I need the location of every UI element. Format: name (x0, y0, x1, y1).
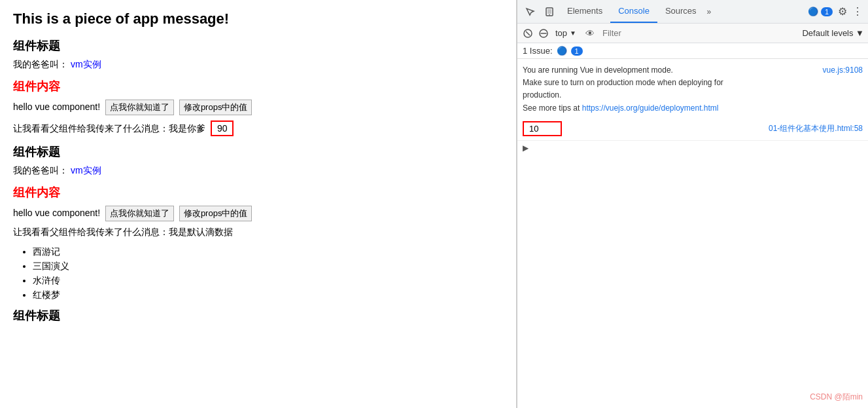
component2-heading: 组件标题 (13, 144, 503, 160)
component1-heading: 组件标题 (13, 38, 503, 54)
component1-content-heading: 组件内容 (13, 79, 503, 94)
component2-hello-line: hello vue component! 点我你就知道了 修改props中的值 (13, 206, 503, 221)
eye-icon[interactable]: 👁 (585, 28, 595, 39)
devtools-console: vue.js:9108 You are running Vue in devel… (517, 59, 868, 408)
list-item: 水浒传 (33, 275, 503, 287)
component3-heading: 组件标题 (13, 308, 503, 324)
console-log-number: 10 (523, 121, 562, 136)
top-selector-arrow: ▼ (570, 29, 576, 37)
top-selector[interactable]: top ▼ (553, 27, 580, 39)
component2-parent-label: 我的爸爸叫： vm实例 (13, 165, 503, 177)
tab-console[interactable]: Console (610, 0, 657, 23)
component2-parent-value[interactable]: vm实例 (71, 165, 101, 176)
default-levels-selector[interactable]: Default levels ▼ (802, 28, 864, 38)
svg-rect-1 (547, 9, 551, 14)
console-filter-input[interactable] (600, 27, 799, 39)
inspect-icon[interactable] (521, 3, 539, 21)
component1-hello-line: hello vue component! 点我你就知道了 修改props中的值 (13, 100, 503, 115)
component2-btn2[interactable]: 修改props中的值 (179, 206, 252, 221)
list-item: 西游记 (33, 246, 503, 258)
app-title: This is a piece of app message! (13, 10, 503, 28)
svg-point-2 (549, 14, 550, 15)
vue-warning-entry: vue.js:9108 You are running Vue in devel… (517, 62, 868, 117)
tab-elements[interactable]: Elements (559, 0, 610, 23)
list-item: 三国演义 (33, 261, 503, 272)
component1-parent-label: 我的爸爸叫： vm实例 (13, 59, 503, 71)
component1-msg-number: 90 (211, 121, 234, 136)
component2-content-heading: 组件内容 (13, 185, 503, 200)
devtools-tabs-bar: Elements Console Sources » 🔵 1 ⚙ ⋮ (517, 0, 868, 24)
notification-badge: 1 (821, 7, 833, 16)
component1-parent-value[interactable]: vm实例 (71, 59, 101, 69)
devtools-panel: Elements Console Sources » 🔵 1 ⚙ ⋮ (517, 0, 868, 408)
more-tabs-button[interactable]: » (704, 5, 714, 19)
component1-btn1[interactable]: 点我你就知道了 (105, 100, 174, 115)
component2-msg-line: 让我看看父组件给我传来了什么消息：我是默认滴数据 (13, 227, 503, 238)
book-list: 西游记三国演义水浒传红楼梦 (33, 246, 503, 301)
deployment-link[interactable]: https://vuejs.org/guide/deployment.html (582, 103, 719, 113)
devtools-toolbar: top ▼ 👁 Default levels ▼ (517, 24, 868, 43)
issues-badge: 1 (571, 46, 583, 56)
device-icon[interactable] (540, 3, 559, 21)
component-section-1: 组件标题 我的爸爸叫： vm实例 组件内容 hello vue componen… (13, 38, 503, 136)
component1-btn2[interactable]: 修改props中的值 (179, 100, 252, 115)
more-options-icon[interactable]: ⋮ (852, 5, 863, 18)
issues-bar: 1 Issue: 🔵 1 (517, 43, 868, 59)
clear-console-icon[interactable] (521, 27, 534, 40)
console-log-entry: 10 01-组件化基本使用.html:58 (517, 117, 868, 141)
settings-icon[interactable]: ⚙ (838, 5, 847, 18)
component1-msg-line: 让我看看父组件给我传来了什么消息：我是你爹 90 (13, 121, 503, 136)
component-section-2: 组件标题 我的爸爸叫： vm实例 组件内容 hello vue componen… (13, 144, 503, 301)
console-log-src[interactable]: 01-组件化基本使用.html:58 (769, 123, 863, 134)
component-section-3: 组件标题 (13, 308, 503, 324)
console-expand-arrow[interactable]: ▶ (517, 141, 868, 155)
csdn-watermark: CSDN @陌min (810, 392, 863, 403)
component2-btn1[interactable]: 点我你就知道了 (105, 206, 174, 221)
list-item: 红楼梦 (33, 289, 503, 301)
block-icon[interactable] (537, 27, 550, 40)
tab-sources[interactable]: Sources (657, 0, 704, 23)
app-panel: This is a piece of app message! 组件标题 我的爸… (0, 0, 517, 408)
vue-src-link[interactable]: vue.js:9108 (823, 64, 863, 77)
svg-line-4 (526, 31, 530, 35)
